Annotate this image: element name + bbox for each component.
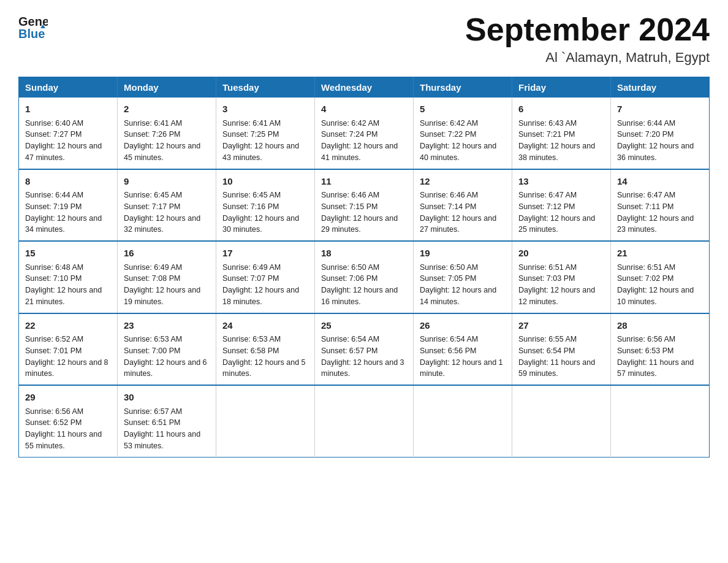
col-header-monday: Monday (118, 77, 216, 98)
day-number: 1 (25, 102, 111, 117)
calendar-cell: 29Sunrise: 6:56 AMSunset: 6:52 PMDayligh… (19, 385, 118, 457)
day-number: 5 (420, 102, 506, 117)
calendar-cell: 21Sunrise: 6:51 AMSunset: 7:02 PMDayligh… (611, 241, 710, 313)
day-number: 16 (124, 247, 210, 261)
col-header-tuesday: Tuesday (216, 77, 315, 98)
day-info: Sunrise: 6:47 AMSunset: 7:11 PMDaylight:… (617, 191, 694, 234)
day-info: Sunrise: 6:50 AMSunset: 7:06 PMDaylight:… (321, 263, 398, 306)
day-info: Sunrise: 6:52 AMSunset: 7:01 PMDaylight:… (25, 335, 108, 378)
day-info: Sunrise: 6:53 AMSunset: 7:00 PMDaylight:… (124, 335, 207, 378)
calendar-cell: 8Sunrise: 6:44 AMSunset: 7:19 PMDaylight… (19, 169, 118, 242)
calendar-subtitle: Al `Alamayn, Matruh, Egypt (465, 50, 710, 66)
page-header: General Blue September 2024 Al `Alamayn,… (18, 12, 710, 66)
calendar-cell: 22Sunrise: 6:52 AMSunset: 7:01 PMDayligh… (19, 313, 118, 386)
week-row-3: 15Sunrise: 6:48 AMSunset: 7:10 PMDayligh… (19, 241, 710, 313)
col-header-thursday: Thursday (414, 77, 512, 98)
day-number: 12 (420, 175, 506, 189)
col-header-friday: Friday (512, 77, 611, 98)
calendar-cell: 19Sunrise: 6:50 AMSunset: 7:05 PMDayligh… (414, 241, 512, 313)
day-info: Sunrise: 6:55 AMSunset: 6:54 PMDaylight:… (518, 335, 595, 378)
day-info: Sunrise: 6:57 AMSunset: 6:51 PMDaylight:… (124, 407, 200, 450)
col-header-saturday: Saturday (611, 77, 710, 98)
day-number: 29 (25, 391, 111, 405)
week-row-4: 22Sunrise: 6:52 AMSunset: 7:01 PMDayligh… (19, 313, 710, 386)
day-info: Sunrise: 6:44 AMSunset: 7:20 PMDaylight:… (617, 119, 694, 162)
week-row-2: 8Sunrise: 6:44 AMSunset: 7:19 PMDaylight… (19, 169, 710, 242)
calendar-cell (512, 385, 611, 457)
day-number: 15 (25, 247, 111, 261)
calendar-cell: 11Sunrise: 6:46 AMSunset: 7:15 PMDayligh… (315, 169, 414, 242)
calendar-cell: 20Sunrise: 6:51 AMSunset: 7:03 PMDayligh… (512, 241, 611, 313)
logo: General Blue (18, 12, 50, 39)
day-number: 8 (25, 175, 111, 189)
calendar-cell: 3Sunrise: 6:41 AMSunset: 7:25 PMDaylight… (216, 98, 315, 169)
calendar-cell: 9Sunrise: 6:45 AMSunset: 7:17 PMDaylight… (118, 169, 216, 242)
week-row-5: 29Sunrise: 6:56 AMSunset: 6:52 PMDayligh… (19, 385, 710, 457)
day-info: Sunrise: 6:51 AMSunset: 7:03 PMDaylight:… (518, 263, 595, 306)
calendar-cell: 25Sunrise: 6:54 AMSunset: 6:57 PMDayligh… (315, 313, 414, 386)
day-number: 2 (124, 102, 210, 117)
day-number: 17 (222, 247, 308, 261)
calendar-cell: 2Sunrise: 6:41 AMSunset: 7:26 PMDaylight… (118, 98, 216, 169)
day-info: Sunrise: 6:50 AMSunset: 7:05 PMDaylight:… (420, 263, 496, 306)
day-number: 13 (518, 175, 604, 189)
day-number: 22 (25, 319, 111, 333)
day-info: Sunrise: 6:46 AMSunset: 7:14 PMDaylight:… (420, 191, 496, 234)
day-info: Sunrise: 6:45 AMSunset: 7:16 PMDaylight:… (222, 191, 299, 234)
day-info: Sunrise: 6:47 AMSunset: 7:12 PMDaylight:… (518, 191, 595, 234)
calendar-header-row: SundayMondayTuesdayWednesdayThursdayFrid… (19, 77, 710, 98)
calendar-table: SundayMondayTuesdayWednesdayThursdayFrid… (18, 77, 710, 458)
day-number: 27 (518, 319, 604, 333)
calendar-cell: 12Sunrise: 6:46 AMSunset: 7:14 PMDayligh… (414, 169, 512, 242)
calendar-cell: 7Sunrise: 6:44 AMSunset: 7:20 PMDaylight… (611, 98, 710, 169)
day-info: Sunrise: 6:54 AMSunset: 6:57 PMDaylight:… (321, 335, 404, 378)
calendar-cell (414, 385, 512, 457)
day-number: 28 (617, 319, 703, 333)
day-number: 10 (222, 175, 308, 189)
day-number: 30 (124, 391, 210, 405)
day-info: Sunrise: 6:41 AMSunset: 7:25 PMDaylight:… (222, 119, 299, 162)
day-info: Sunrise: 6:40 AMSunset: 7:27 PMDaylight:… (25, 119, 102, 162)
logo-icon: General Blue (18, 12, 48, 39)
day-info: Sunrise: 6:41 AMSunset: 7:26 PMDaylight:… (124, 119, 200, 162)
day-number: 7 (617, 102, 703, 117)
day-info: Sunrise: 6:43 AMSunset: 7:21 PMDaylight:… (518, 119, 595, 162)
day-info: Sunrise: 6:49 AMSunset: 7:08 PMDaylight:… (124, 263, 200, 306)
day-number: 20 (518, 247, 604, 261)
day-info: Sunrise: 6:48 AMSunset: 7:10 PMDaylight:… (25, 263, 102, 306)
col-header-wednesday: Wednesday (315, 77, 414, 98)
calendar-cell: 1Sunrise: 6:40 AMSunset: 7:27 PMDaylight… (19, 98, 118, 169)
calendar-cell: 18Sunrise: 6:50 AMSunset: 7:06 PMDayligh… (315, 241, 414, 313)
calendar-cell: 5Sunrise: 6:42 AMSunset: 7:22 PMDaylight… (414, 98, 512, 169)
day-number: 23 (124, 319, 210, 333)
calendar-title: September 2024 (465, 12, 710, 47)
day-info: Sunrise: 6:45 AMSunset: 7:17 PMDaylight:… (124, 191, 200, 234)
week-row-1: 1Sunrise: 6:40 AMSunset: 7:27 PMDaylight… (19, 98, 710, 169)
calendar-cell: 17Sunrise: 6:49 AMSunset: 7:07 PMDayligh… (216, 241, 315, 313)
day-info: Sunrise: 6:46 AMSunset: 7:15 PMDaylight:… (321, 191, 398, 234)
day-number: 9 (124, 175, 210, 189)
day-number: 3 (222, 102, 308, 117)
day-info: Sunrise: 6:42 AMSunset: 7:22 PMDaylight:… (420, 119, 496, 162)
day-number: 4 (321, 102, 407, 117)
calendar-cell: 14Sunrise: 6:47 AMSunset: 7:11 PMDayligh… (611, 169, 710, 242)
day-info: Sunrise: 6:49 AMSunset: 7:07 PMDaylight:… (222, 263, 299, 306)
day-number: 14 (617, 175, 703, 189)
calendar-cell: 27Sunrise: 6:55 AMSunset: 6:54 PMDayligh… (512, 313, 611, 386)
calendar-cell (216, 385, 315, 457)
day-info: Sunrise: 6:54 AMSunset: 6:56 PMDaylight:… (420, 335, 503, 378)
calendar-cell: 28Sunrise: 6:56 AMSunset: 6:53 PMDayligh… (611, 313, 710, 386)
day-number: 19 (420, 247, 506, 261)
calendar-cell: 30Sunrise: 6:57 AMSunset: 6:51 PMDayligh… (118, 385, 216, 457)
day-number: 11 (321, 175, 407, 189)
calendar-cell: 4Sunrise: 6:42 AMSunset: 7:24 PMDaylight… (315, 98, 414, 169)
day-number: 24 (222, 319, 308, 333)
calendar-cell: 6Sunrise: 6:43 AMSunset: 7:21 PMDaylight… (512, 98, 611, 169)
day-info: Sunrise: 6:42 AMSunset: 7:24 PMDaylight:… (321, 119, 398, 162)
calendar-cell: 26Sunrise: 6:54 AMSunset: 6:56 PMDayligh… (414, 313, 512, 386)
day-number: 21 (617, 247, 703, 261)
calendar-cell (611, 385, 710, 457)
day-info: Sunrise: 6:53 AMSunset: 6:58 PMDaylight:… (222, 335, 306, 378)
calendar-cell: 10Sunrise: 6:45 AMSunset: 7:16 PMDayligh… (216, 169, 315, 242)
calendar-title-area: September 2024 Al `Alamayn, Matruh, Egyp… (465, 12, 710, 66)
